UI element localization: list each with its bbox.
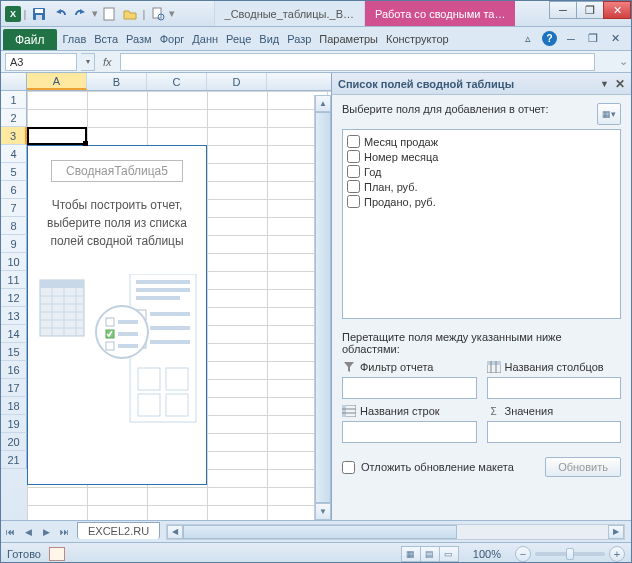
- row-header[interactable]: 11: [1, 271, 27, 289]
- select-all-corner[interactable]: [1, 73, 27, 90]
- row-header[interactable]: 14: [1, 325, 27, 343]
- drop-zone-columns[interactable]: [487, 377, 622, 399]
- field-checkbox[interactable]: [347, 135, 360, 148]
- row-header[interactable]: 16: [1, 361, 27, 379]
- row-header[interactable]: 8: [1, 217, 27, 235]
- view-page-break-button[interactable]: ▭: [439, 546, 459, 562]
- window-close-button[interactable]: ✕: [603, 1, 631, 19]
- tab-home[interactable]: Глав: [59, 27, 91, 50]
- pane-close-icon[interactable]: ✕: [615, 77, 625, 91]
- row-header[interactable]: 2: [1, 109, 27, 127]
- tab-insert[interactable]: Вста: [90, 27, 122, 50]
- field-item[interactable]: Год: [345, 164, 618, 179]
- scroll-thumb[interactable]: [315, 112, 331, 503]
- row-header[interactable]: 20: [1, 433, 27, 451]
- row-header[interactable]: 12: [1, 289, 27, 307]
- col-header[interactable]: C: [147, 73, 207, 90]
- tab-pivot-design[interactable]: Конструктор: [382, 27, 453, 50]
- zoom-thumb[interactable]: [566, 548, 574, 560]
- row-header[interactable]: 17: [1, 379, 27, 397]
- workbook-restore-icon[interactable]: ❐: [585, 31, 601, 47]
- field-item[interactable]: Месяц продаж: [345, 134, 618, 149]
- row-header[interactable]: 18: [1, 397, 27, 415]
- row-header[interactable]: 7: [1, 199, 27, 217]
- formula-bar-expand-icon[interactable]: ⌄: [615, 55, 631, 68]
- col-header[interactable]: D: [207, 73, 267, 90]
- workbook-close-icon[interactable]: ✕: [607, 31, 623, 47]
- zoom-slider[interactable]: − +: [515, 546, 625, 562]
- field-item[interactable]: Продано, руб.: [345, 194, 618, 209]
- qat-preview-icon[interactable]: [148, 4, 168, 24]
- qat-new-icon[interactable]: [99, 4, 119, 24]
- tab-file[interactable]: Файл: [3, 29, 57, 50]
- active-cell[interactable]: [27, 127, 87, 145]
- field-checkbox[interactable]: [347, 195, 360, 208]
- row-header[interactable]: 15: [1, 343, 27, 361]
- window-minimize-button[interactable]: ─: [549, 1, 577, 19]
- row-header[interactable]: 10: [1, 253, 27, 271]
- zoom-in-button[interactable]: +: [609, 546, 625, 562]
- help-icon[interactable]: ?: [542, 31, 557, 46]
- row-header[interactable]: 5: [1, 163, 27, 181]
- row-header[interactable]: 1: [1, 91, 27, 109]
- field-list[interactable]: Месяц продаж Номер месяца Год План, руб.…: [342, 129, 621, 319]
- fx-label[interactable]: fx: [103, 56, 112, 68]
- tab-review[interactable]: Реце: [222, 27, 255, 50]
- scroll-right-button[interactable]: ▶: [608, 525, 624, 539]
- field-item[interactable]: План, руб.: [345, 179, 618, 194]
- row-header[interactable]: 9: [1, 235, 27, 253]
- horizontal-scrollbar[interactable]: ◀ ▶: [166, 524, 625, 540]
- pivot-placeholder[interactable]: СводнаяТаблица5 Чтобы построить отчет, в…: [27, 145, 207, 485]
- col-header[interactable]: B: [87, 73, 147, 90]
- scroll-left-button[interactable]: ◀: [167, 525, 183, 539]
- field-checkbox[interactable]: [347, 180, 360, 193]
- field-checkbox[interactable]: [347, 165, 360, 178]
- row-header[interactable]: 3: [1, 127, 27, 145]
- tab-formulas[interactable]: Форг: [156, 27, 189, 50]
- tab-data[interactable]: Данн: [188, 27, 222, 50]
- ribbon-minimize-icon[interactable]: ▵: [520, 31, 536, 47]
- sheet-tab[interactable]: EXCEL2.RU: [77, 522, 160, 539]
- scroll-up-button[interactable]: ▲: [315, 95, 331, 112]
- tab-pivot-options[interactable]: Параметры: [315, 27, 382, 50]
- row-header[interactable]: 13: [1, 307, 27, 325]
- field-checkbox[interactable]: [347, 150, 360, 163]
- window-maximize-button[interactable]: ❐: [576, 1, 604, 19]
- sheet-nav-first-icon[interactable]: ⏮: [1, 523, 19, 541]
- update-button[interactable]: Обновить: [545, 457, 621, 477]
- macro-record-icon[interactable]: [49, 547, 65, 561]
- tab-developer[interactable]: Разр: [283, 27, 315, 50]
- formula-bar[interactable]: [120, 53, 595, 71]
- hscroll-thumb[interactable]: [183, 525, 457, 539]
- pane-menu-icon[interactable]: ▼: [600, 79, 609, 89]
- scroll-down-button[interactable]: ▼: [315, 503, 331, 520]
- qat-save-icon[interactable]: [29, 4, 49, 24]
- row-header[interactable]: 19: [1, 415, 27, 433]
- qat-undo-icon[interactable]: [50, 4, 70, 24]
- name-box-dropdown[interactable]: ▾: [81, 53, 95, 71]
- tab-layout[interactable]: Разм: [122, 27, 156, 50]
- qat-redo-icon[interactable]: [71, 4, 91, 24]
- worksheet-grid[interactable]: A B C D 1 2 3 4 5 6 7 8 9 10 11 12 13 14…: [1, 73, 331, 520]
- row-header[interactable]: 4: [1, 145, 27, 163]
- defer-update-checkbox[interactable]: [342, 461, 355, 474]
- zoom-percent[interactable]: 100%: [473, 548, 501, 560]
- tab-view[interactable]: Вид: [255, 27, 283, 50]
- drop-zone-rows[interactable]: [342, 421, 477, 443]
- drop-zone-filter[interactable]: [342, 377, 477, 399]
- name-box[interactable]: A3: [5, 53, 77, 71]
- row-header[interactable]: 6: [1, 181, 27, 199]
- pane-layout-button[interactable]: ▦▾: [597, 103, 621, 125]
- view-normal-button[interactable]: ▦: [401, 546, 421, 562]
- qat-open-icon[interactable]: [120, 4, 140, 24]
- sheet-nav-last-icon[interactable]: ⏭: [55, 523, 73, 541]
- workbook-minimize-icon[interactable]: ─: [563, 31, 579, 47]
- sheet-nav-next-icon[interactable]: ▶: [37, 523, 55, 541]
- sheet-nav-prev-icon[interactable]: ◀: [19, 523, 37, 541]
- view-page-layout-button[interactable]: ▤: [420, 546, 440, 562]
- zoom-track[interactable]: [535, 552, 605, 556]
- drop-zone-values[interactable]: [487, 421, 622, 443]
- col-header[interactable]: A: [27, 73, 87, 90]
- field-item[interactable]: Номер месяца: [345, 149, 618, 164]
- row-header[interactable]: 21: [1, 451, 27, 469]
